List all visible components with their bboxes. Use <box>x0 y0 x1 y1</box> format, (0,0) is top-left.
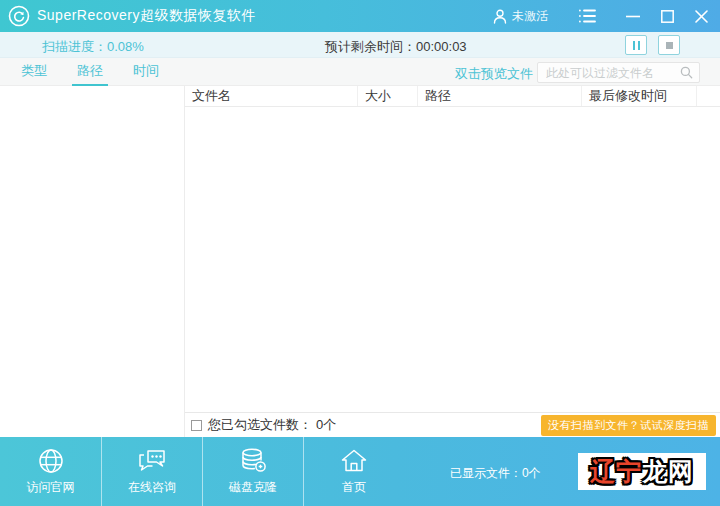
toolbar-item-label: 在线咨询 <box>128 479 176 496</box>
toolbar-item-home[interactable]: 首页 <box>303 437 404 506</box>
selection-bar: 您已勾选文件数： 0个 没有扫描到文件？试试深度扫描 <box>185 412 720 437</box>
toolbar-item-website[interactable]: 访问官网 <box>0 437 101 506</box>
search-box <box>537 62 700 83</box>
bottom-toolbar: 访问官网 在线咨询 <box>0 437 720 506</box>
activation-status[interactable]: 未激活 <box>493 8 548 25</box>
toolbar-items: 访问官网 在线咨询 <box>0 437 404 506</box>
menu-icon[interactable] <box>570 0 604 32</box>
watermark-text-red: 辽宁 <box>590 455 642 488</box>
checked-count-value: 0个 <box>316 416 336 434</box>
files-shown-value: 0个 <box>522 466 541 480</box>
path-tree-panel <box>0 86 185 437</box>
tab-path[interactable]: 路径 <box>72 58 108 86</box>
app-window: SuperRecovery超级数据恢复软件 未激活 <box>0 0 720 506</box>
tabbar: 类型 路径 时间 双击预览文件 <box>0 58 720 86</box>
activation-status-label: 未激活 <box>512 8 548 25</box>
toolbar-item-label: 访问官网 <box>27 479 75 496</box>
toolbar-item-diskclone[interactable]: 磁盘克隆 <box>202 437 303 506</box>
files-shown: 已显示文件：0个 <box>450 465 541 482</box>
file-table-body <box>185 107 720 412</box>
statusbar: 扫描进度：0.08% 预计剩余时间：00:00:03 <box>0 32 720 58</box>
file-table-header: 文件名 大小 路径 最后修改时间 <box>185 86 720 107</box>
watermark: 辽宁龙网 <box>578 453 706 490</box>
preview-hint: 双击预览文件 <box>455 65 533 83</box>
files-shown-label: 已显示文件： <box>450 466 522 480</box>
pause-icon <box>633 41 640 50</box>
eta-label: 预计剩余时间： <box>325 39 416 54</box>
file-table: 文件名 大小 路径 最后修改时间 您已勾选文件数： 0个 没有扫描到文件？试试深… <box>185 86 720 437</box>
scan-progress-label: 扫描进度： <box>42 39 107 54</box>
disk-clone-icon <box>238 447 268 475</box>
deep-scan-button[interactable]: 没有扫描到文件？试试深度扫描 <box>541 415 716 436</box>
tab-time[interactable]: 时间 <box>128 58 164 86</box>
globe-icon <box>36 447 66 475</box>
column-header-filename[interactable]: 文件名 <box>185 86 358 106</box>
watermark-text-white: 龙网 <box>642 455 694 488</box>
chat-icon <box>136 447 168 475</box>
minimize-button[interactable] <box>616 0 650 32</box>
column-header-mtime[interactable]: 最后修改时间 <box>582 86 697 106</box>
toolbar-item-label: 磁盘克隆 <box>229 479 277 496</box>
tab-type[interactable]: 类型 <box>16 58 52 86</box>
maximize-button[interactable] <box>650 0 684 32</box>
app-logo-icon <box>8 5 30 27</box>
eta: 预计剩余时间：00:00:03 <box>325 38 467 56</box>
tabs: 类型 路径 时间 <box>16 58 164 86</box>
stop-button[interactable] <box>658 35 680 55</box>
scan-progress-value: 0.08% <box>107 39 144 54</box>
pause-button[interactable] <box>625 35 647 55</box>
column-header-path[interactable]: 路径 <box>418 86 582 106</box>
user-icon <box>493 9 507 24</box>
close-button[interactable] <box>684 0 718 32</box>
toolbar-item-support[interactable]: 在线咨询 <box>101 437 202 506</box>
select-all-checkbox[interactable] <box>191 420 202 431</box>
eta-value: 00:00:03 <box>416 39 467 54</box>
search-input[interactable] <box>538 64 699 83</box>
main-content: 文件名 大小 路径 最后修改时间 您已勾选文件数： 0个 没有扫描到文件？试试深… <box>0 86 720 437</box>
search-icon[interactable] <box>680 66 693 79</box>
toolbar-item-label: 首页 <box>342 479 366 496</box>
app-title: SuperRecovery超级数据恢复软件 <box>37 7 256 25</box>
scan-progress: 扫描进度：0.08% <box>42 38 144 56</box>
column-header-spacer <box>697 86 720 106</box>
stop-icon <box>666 42 673 49</box>
home-icon <box>339 447 369 475</box>
checked-count-label: 您已勾选文件数： <box>208 416 312 434</box>
column-header-size[interactable]: 大小 <box>358 86 418 106</box>
titlebar: SuperRecovery超级数据恢复软件 未激活 <box>0 0 720 32</box>
